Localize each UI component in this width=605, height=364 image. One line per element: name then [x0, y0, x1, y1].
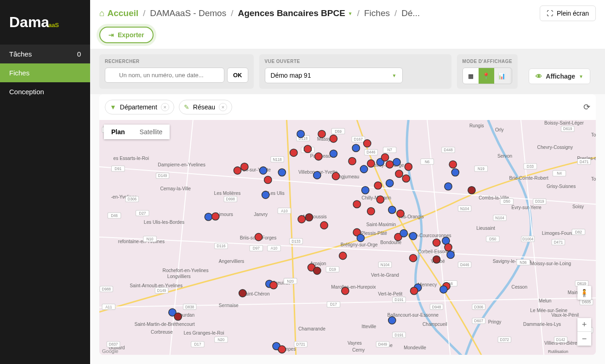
- map-marker[interactable]: [433, 256, 440, 263]
- breadcrumb-home[interactable]: ⌂ Accueil: [99, 8, 138, 18]
- map-marker[interactable]: [357, 234, 364, 242]
- map-marker[interactable]: [445, 183, 452, 190]
- map-marker[interactable]: [352, 144, 360, 152]
- map-marker[interactable]: [318, 130, 325, 137]
- map-marker[interactable]: [234, 167, 241, 174]
- map-marker[interactable]: [339, 252, 347, 259]
- mode-chart-button[interactable]: 📊: [494, 68, 510, 84]
- map-marker[interactable]: [241, 163, 248, 171]
- map-marker[interactable]: [255, 233, 262, 241]
- map-marker[interactable]: [270, 282, 277, 289]
- nav-conception[interactable]: Conception: [0, 82, 90, 101]
- map-marker[interactable]: [305, 214, 313, 221]
- map-marker[interactable]: [259, 167, 267, 174]
- map-marker[interactable]: [364, 140, 371, 147]
- map-marker[interactable]: [332, 172, 339, 180]
- map-marker[interactable]: [320, 222, 328, 229]
- map-marker[interactable]: [449, 161, 457, 168]
- nav-fiches[interactable]: Fiches: [0, 63, 90, 82]
- map-marker[interactable]: [405, 163, 412, 171]
- fullscreen-button[interactable]: ⛶ Plein écran: [540, 6, 596, 21]
- map-marker[interactable]: [330, 135, 337, 142]
- map-marker[interactable]: [377, 196, 384, 203]
- map-marker[interactable]: [381, 154, 388, 161]
- map-marker[interactable]: [297, 130, 304, 137]
- map-type-plan[interactable]: Plan: [104, 125, 132, 139]
- mode-table-button[interactable]: ▦: [463, 68, 479, 84]
- map-marker[interactable]: [468, 187, 475, 194]
- export-button[interactable]: ⇥ Exporter: [99, 27, 154, 43]
- refresh-icon[interactable]: ⟳: [583, 102, 590, 112]
- map-marker[interactable]: [374, 182, 382, 189]
- map-marker[interactable]: [400, 229, 407, 237]
- map-marker[interactable]: [205, 213, 212, 221]
- map-marker[interactable]: [393, 159, 400, 166]
- road-badge: D619: [563, 127, 572, 131]
- map-marker[interactable]: [367, 208, 375, 215]
- map-marker[interactable]: [298, 216, 305, 223]
- map-marker[interactable]: [360, 165, 367, 173]
- map-marker[interactable]: [447, 251, 454, 258]
- search-ok-button[interactable]: OK: [227, 68, 248, 83]
- filter-departement[interactable]: ▼ Département ×: [105, 100, 174, 114]
- map-marker[interactable]: [278, 346, 285, 353]
- map-marker[interactable]: [278, 169, 285, 176]
- map-marker[interactable]: [314, 267, 321, 274]
- map-marker[interactable]: [212, 213, 219, 220]
- breadcrumb-fiches[interactable]: Fiches: [364, 8, 390, 18]
- filter-reseau[interactable]: ✎ Réseau ×: [179, 100, 232, 114]
- road-badge: N6: [425, 160, 430, 164]
- road-badge: N20: [217, 338, 224, 342]
- map-marker[interactable]: [362, 187, 369, 194]
- map-canvas[interactable]: Boissy-Saint-LégerOrlyRungisTournChevry-…: [99, 120, 596, 355]
- map-marker[interactable]: [409, 254, 417, 262]
- view-select[interactable]: Démo map 91 ▼: [265, 68, 403, 83]
- map-marker[interactable]: [348, 158, 356, 165]
- map-marker[interactable]: [367, 160, 375, 167]
- map-marker[interactable]: [315, 153, 322, 160]
- zoom-in-button[interactable]: +: [577, 318, 591, 332]
- map-marker[interactable]: [445, 244, 452, 251]
- pegman-icon[interactable]: 🧍: [577, 286, 591, 300]
- map-marker[interactable]: [353, 200, 360, 208]
- map-marker[interactable]: [330, 150, 337, 157]
- map[interactable]: Plan Satellite: [99, 120, 596, 355]
- map-marker[interactable]: [239, 290, 246, 297]
- map-marker[interactable]: [386, 179, 394, 187]
- search-wrap: [105, 68, 224, 83]
- map-marker[interactable]: [402, 175, 410, 182]
- map-marker[interactable]: [411, 287, 418, 295]
- city-label: Les Ulis: [268, 191, 285, 196]
- map-marker[interactable]: [395, 170, 403, 177]
- breadcrumb-demos[interactable]: DAMAaaS - Demos: [150, 8, 226, 18]
- map-marker[interactable]: [314, 171, 321, 179]
- filter-remove-icon[interactable]: ×: [219, 103, 227, 111]
- map-marker[interactable]: [451, 169, 459, 176]
- city-label: Cesson: [512, 284, 528, 290]
- mode-map-button[interactable]: 📍: [479, 68, 494, 84]
- road-badge: D838: [185, 305, 194, 309]
- zoom-out-button[interactable]: −: [577, 332, 591, 346]
- map-marker[interactable]: [386, 161, 394, 168]
- filter-remove-icon[interactable]: ×: [161, 103, 169, 111]
- road-badge: N36: [520, 261, 527, 265]
- map-marker[interactable]: [388, 206, 396, 213]
- map-type-satellite[interactable]: Satellite: [132, 125, 170, 139]
- map-marker[interactable]: [342, 287, 349, 295]
- search-input[interactable]: [105, 68, 224, 83]
- road-badge: D837: [109, 342, 118, 347]
- road-badge: D191: [394, 298, 404, 302]
- map-marker[interactable]: [304, 145, 311, 153]
- breadcrumb-current[interactable]: Agences Bancaires BPCE ▼: [238, 8, 352, 18]
- map-marker[interactable]: [262, 191, 269, 199]
- map-marker[interactable]: [174, 313, 182, 320]
- map-marker[interactable]: [433, 239, 440, 246]
- map-marker[interactable]: [440, 286, 447, 293]
- map-marker[interactable]: [388, 317, 396, 324]
- map-marker[interactable]: [409, 233, 417, 240]
- nav-tasks[interactable]: Tâches 0: [0, 45, 90, 63]
- map-marker[interactable]: [290, 149, 297, 156]
- affichage-button[interactable]: 👁 Affichage ▼: [529, 68, 590, 84]
- map-marker[interactable]: [264, 176, 272, 183]
- map-marker[interactable]: [397, 210, 404, 217]
